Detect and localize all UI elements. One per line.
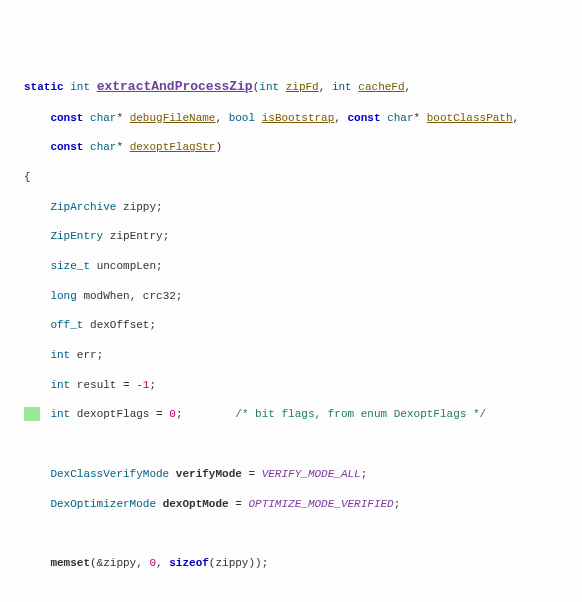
code-line: ZipArchive zippy; [24, 200, 582, 215]
gutter-change-marker [24, 407, 40, 421]
code-line: const char* debugFileName, bool isBootst… [24, 111, 582, 126]
code-line: memset(&zippy, 0, sizeof(zippy)); [24, 556, 582, 571]
code-line: int err; [24, 348, 582, 363]
code-line [24, 437, 582, 452]
code-line: long modWhen, crc32; [24, 289, 582, 304]
code-line [24, 586, 582, 601]
code-block: static int extractAndProcessZip(int zipF… [0, 59, 582, 602]
param-cacheFd: cacheFd [358, 81, 404, 93]
code-line: static int extractAndProcessZip(int zipF… [24, 78, 582, 96]
code-line: DexClassVerifyMode verifyMode = VERIFY_M… [24, 467, 582, 482]
code-line: DexOptimizerMode dexOptMode = OPTIMIZE_M… [24, 497, 582, 512]
code-line [24, 526, 582, 541]
param-isBootstrap: isBootstrap [262, 112, 335, 124]
code-line: int dexoptFlags = 0; /* bit flags, from … [24, 407, 582, 422]
code-line: ZipEntry zipEntry; [24, 229, 582, 244]
param-zipFd: zipFd [286, 81, 319, 93]
code-line: const char* dexoptFlagStr) [24, 140, 582, 155]
function-name: extractAndProcessZip [97, 79, 253, 94]
code-line: int result = -1; [24, 378, 582, 393]
comment: /* bit flags, from enum DexoptFlags */ [235, 408, 486, 420]
code-line: size_t uncompLen; [24, 259, 582, 274]
type-int: int [70, 81, 90, 93]
param-bootClassPath: bootClassPath [427, 112, 513, 124]
code-line: { [24, 170, 582, 185]
code-line: off_t dexOffset; [24, 318, 582, 333]
keyword-static: static [24, 81, 64, 93]
param-dexoptFlagStr: dexoptFlagStr [130, 141, 216, 153]
param-debugFileName: debugFileName [130, 112, 216, 124]
